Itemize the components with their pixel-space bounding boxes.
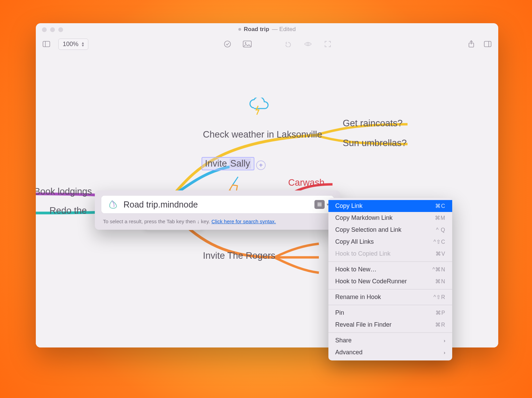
- menu-item: Hook to Copied Link⌘V: [328, 248, 452, 260]
- menu-item[interactable]: Advanced›: [328, 346, 452, 358]
- svg-rect-0: [43, 41, 50, 47]
- hook-search-popup: Road trip.mindnode ▾ To select a result,…: [95, 190, 340, 230]
- menu-item-label: Copy Markdown Link: [335, 214, 393, 222]
- menu-item[interactable]: Copy All Links^⇧C: [328, 236, 452, 248]
- node-invite-sally[interactable]: Invite Sally: [202, 157, 254, 170]
- menu-item-shortcut: ⌘C: [435, 203, 445, 209]
- node-redo-the[interactable]: Redo the: [49, 205, 87, 216]
- menu-item-label: Rename in Hook: [335, 294, 381, 301]
- menu-item-shortcut: ⌘N: [435, 278, 445, 285]
- plus-icon: +: [259, 161, 263, 169]
- zoom-value: 100%: [63, 41, 78, 48]
- menu-item[interactable]: Pin⌘P: [328, 307, 452, 319]
- menu-item-label: Copy Selection and Link: [335, 226, 401, 233]
- search-result-actions: ▾: [314, 200, 329, 209]
- menu-item-label: Hook to New CodeRunner: [335, 278, 407, 285]
- titlebar: Road trip — Edited: [36, 23, 498, 35]
- menu-item-shortcut: ⌘P: [435, 310, 445, 316]
- inspector-toggle-icon[interactable]: [483, 40, 492, 48]
- menu-item-label: Reveal File in Finder: [335, 321, 391, 328]
- menu-item[interactable]: Copy Selection and Link^ Q: [328, 224, 452, 236]
- node-text-selected: Sally: [230, 158, 251, 169]
- menu-item-shortcut: ⌘M: [435, 215, 445, 221]
- fullscreen-icon[interactable]: [323, 40, 332, 48]
- search-result-row[interactable]: Road trip.mindnode ▾: [101, 195, 334, 214]
- svg-rect-8: [484, 41, 491, 47]
- menu-item-shortcut: ⌘R: [435, 322, 445, 328]
- menu-item-label: Advanced: [335, 349, 363, 356]
- menu-item-shortcut: ^⇧R: [433, 294, 445, 300]
- document-modified-icon: [238, 28, 241, 31]
- search-hint-text: To select a result, press the Tab key th…: [103, 218, 211, 224]
- node-invite-rogers[interactable]: Invite The Rogers: [203, 251, 276, 261]
- document-title: Road trip: [244, 26, 269, 33]
- node-book-lodgings[interactable]: Book lodgings: [36, 186, 92, 197]
- node-carwash[interactable]: Carwash: [288, 177, 325, 188]
- svg-point-4: [245, 42, 246, 44]
- undo-icon[interactable]: [284, 40, 293, 48]
- menu-item-label: Copy Link: [335, 202, 363, 210]
- node-check-weather[interactable]: Check weather in Laksonville: [203, 129, 322, 140]
- traffic-lights: [42, 27, 63, 32]
- window-title: Road trip — Edited: [238, 26, 296, 33]
- menu-separator: [328, 289, 452, 289]
- menu-item-label: Share: [335, 337, 352, 344]
- zoom-selector[interactable]: 100% ▴▾: [58, 39, 88, 50]
- menu-item[interactable]: Hook to New…^⌘N: [328, 264, 452, 275]
- storm-cloud-icon: [247, 98, 271, 118]
- menu-item-label: Hook to New…: [335, 266, 376, 273]
- search-syntax-link[interactable]: Click here for search syntax.: [211, 218, 276, 224]
- menu-item-label: Copy All Links: [335, 238, 374, 245]
- checkmark-circle-icon[interactable]: [223, 40, 232, 48]
- document-edited-label: — Edited: [272, 26, 296, 33]
- chevron-right-icon: ›: [444, 350, 445, 355]
- add-child-button[interactable]: +: [256, 160, 266, 170]
- zoom-window-button[interactable]: [58, 27, 63, 32]
- svg-point-5: [307, 43, 309, 45]
- chevron-right-icon: ›: [444, 338, 445, 343]
- search-action-list-button[interactable]: [314, 200, 325, 209]
- search-hint: To select a result, press the Tab key th…: [101, 214, 334, 225]
- node-get-raincoats[interactable]: Get raincoats?: [343, 118, 403, 129]
- menu-item-shortcut: ^⌘N: [432, 266, 445, 273]
- menu-item-label: Hook to Copied Link: [335, 250, 390, 257]
- toolbar: 100% ▴▾: [36, 35, 498, 53]
- menu-separator: [328, 305, 452, 305]
- menu-item-shortcut: ^ Q: [436, 227, 445, 233]
- file-app-icon: [106, 199, 118, 210]
- sidebar-toggle-button[interactable]: [42, 40, 51, 48]
- menu-item[interactable]: Rename in Hook^⇧R: [328, 291, 452, 303]
- menu-item-label: Pin: [335, 309, 344, 316]
- context-menu: Copy Link⌘CCopy Markdown Link⌘MCopy Sele…: [328, 198, 452, 360]
- image-icon[interactable]: [243, 40, 252, 48]
- menu-item[interactable]: Copy Link⌘C: [328, 200, 452, 212]
- node-text-prefix: Invite: [205, 158, 230, 169]
- menu-item[interactable]: Hook to New CodeRunner⌘N: [328, 275, 452, 287]
- menu-item-shortcut: ^⇧C: [433, 239, 445, 245]
- svg-point-2: [224, 41, 231, 47]
- node-sun-umbrellas[interactable]: Sun umbrellas?: [343, 138, 407, 148]
- eye-icon[interactable]: [304, 40, 312, 48]
- menu-item[interactable]: Reveal File in Finder⌘R: [328, 319, 452, 331]
- search-result-filename: Road trip.mindnode: [123, 200, 309, 210]
- menu-item[interactable]: Share›: [328, 335, 452, 346]
- menu-item-shortcut: ⌘V: [435, 251, 445, 257]
- svg-line-10: [233, 177, 238, 185]
- menu-separator: [328, 261, 452, 262]
- menu-separator: [328, 332, 452, 333]
- close-window-button[interactable]: [42, 27, 47, 32]
- share-icon[interactable]: [467, 40, 476, 48]
- minimize-window-button[interactable]: [50, 27, 55, 32]
- zoom-stepper-icon: ▴▾: [82, 41, 84, 47]
- menu-item[interactable]: Copy Markdown Link⌘M: [328, 212, 452, 224]
